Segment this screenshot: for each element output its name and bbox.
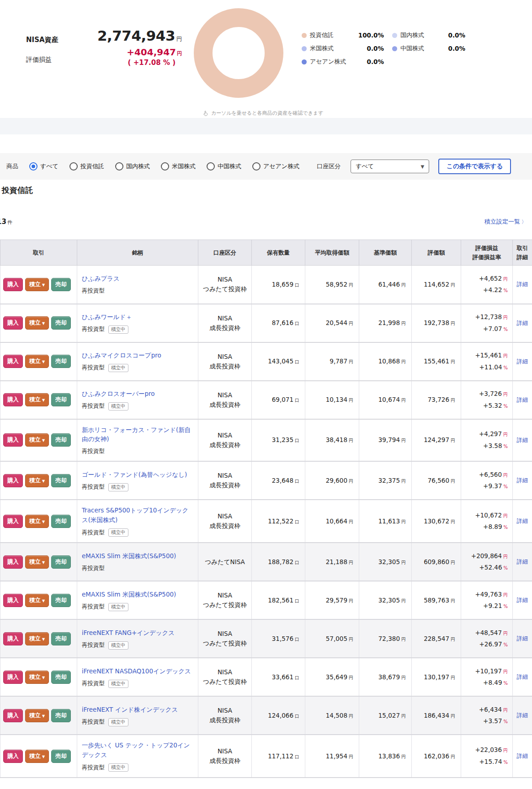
buy-button[interactable]: 購入	[3, 433, 23, 447]
account-type-line: つみたて投資枠	[198, 639, 251, 648]
nav-cell-value: 21,998	[378, 319, 400, 326]
sell-button[interactable]: 売却	[51, 709, 71, 722]
account-type-select[interactable]: すべて ▼	[351, 160, 429, 173]
quantity-cell-value: 33,661	[272, 673, 293, 681]
product-radio-アセアン株式[interactable]: アセアン株式	[252, 162, 299, 171]
product-radio-label: 米国株式	[172, 162, 196, 171]
quantity-cell-value: 87,616	[272, 319, 293, 326]
buy-button[interactable]: 購入	[3, 555, 23, 569]
detail-link[interactable]: 詳細	[517, 712, 528, 719]
fund-name-link[interactable]: ゴールド・ファンド(為替ヘッジなし)	[82, 470, 187, 480]
detail-link[interactable]: 詳細	[517, 281, 528, 288]
product-radio-国内株式[interactable]: 国内株式	[115, 162, 150, 171]
fund-name-link[interactable]: ひふみクロスオーバーpro	[82, 389, 155, 399]
sell-button[interactable]: 売却	[51, 555, 71, 569]
nav-cell-value: 15,027	[378, 712, 400, 719]
apply-filter-button[interactable]: この条件で表示する	[438, 159, 511, 174]
sell-button[interactable]: 売却	[51, 750, 71, 763]
detail-link[interactable]: 詳細	[517, 597, 528, 603]
sell-button[interactable]: 売却	[51, 671, 71, 684]
fund-name-link[interactable]: iFreeNEXT NASDAQ100インデックス	[82, 666, 191, 676]
allocation-donut-chart[interactable]	[194, 8, 283, 98]
profit-loss-percent-unit: %	[503, 719, 508, 724]
chevron-right-icon: 〉	[521, 219, 527, 225]
reinvest-type-label: 再投資型	[82, 764, 105, 772]
buy-button[interactable]: 購入	[3, 316, 23, 330]
profit-loss-amount-value: +48,547	[475, 629, 502, 636]
tsumitate-active-badge: 積立中	[108, 680, 128, 688]
select-caret-icon: ▼	[420, 164, 424, 169]
detail-link[interactable]: 詳細	[517, 437, 528, 443]
sell-button[interactable]: 売却	[51, 355, 71, 368]
fund-name-link[interactable]: ひふみワールド＋	[82, 312, 132, 322]
tsumitate-button[interactable]: 積立▼	[25, 750, 49, 763]
tsumitate-button[interactable]: 積立▼	[25, 316, 49, 330]
tsumitate-button[interactable]: 積立▼	[25, 278, 49, 291]
sell-button[interactable]: 売却	[51, 515, 71, 528]
tsumitate-button[interactable]: 積立▼	[25, 594, 49, 607]
tsumitate-active-badge: 積立中	[108, 364, 128, 372]
fund-name-link[interactable]: 一歩先いく US テック・トップ20インデックス	[82, 741, 193, 760]
product-radio-米国株式[interactable]: 米国株式	[161, 162, 196, 171]
market-value-cell-value: 73,726	[428, 396, 449, 403]
buy-button[interactable]: 購入	[3, 515, 23, 528]
tsumitate-button[interactable]: 積立▼	[25, 709, 49, 722]
nav-cell: 38,679円	[359, 658, 412, 696]
detail-link[interactable]: 詳細	[517, 517, 528, 524]
tsumitate-button[interactable]: 積立▼	[25, 355, 49, 368]
fund-name-link[interactable]: iFreeNEXT インド株インデックス	[82, 705, 178, 714]
detail-link[interactable]: 詳細	[517, 320, 528, 326]
tsumitate-button[interactable]: 積立▼	[25, 632, 49, 645]
fund-name-link[interactable]: iFreeNEXT FANG+インデックス	[82, 628, 175, 638]
detail-link[interactable]: 詳細	[517, 673, 528, 680]
product-radio-中国株式[interactable]: 中国株式	[207, 162, 241, 171]
quantity-cell-unit: 口	[295, 675, 299, 680]
tsumitate-button[interactable]: 積立▼	[25, 555, 49, 569]
sell-button[interactable]: 売却	[51, 278, 71, 291]
section-divider-strip	[0, 118, 532, 134]
tsumitate-button[interactable]: 積立▼	[25, 393, 49, 406]
buy-button[interactable]: 購入	[3, 278, 23, 291]
buy-button[interactable]: 購入	[3, 709, 23, 722]
detail-link[interactable]: 詳細	[517, 477, 528, 484]
tsumitate-button[interactable]: 積立▼	[25, 515, 49, 528]
product-radio-すべて[interactable]: すべて	[29, 162, 59, 171]
sell-button[interactable]: 売却	[51, 393, 71, 406]
sell-button[interactable]: 売却	[51, 433, 71, 447]
fund-row: 購入積立▼売却iFreeNEXT NASDAQ100インデックス再投資型積立中N…	[0, 658, 532, 696]
detail-link[interactable]: 詳細	[517, 396, 528, 403]
buy-button[interactable]: 購入	[3, 632, 23, 645]
sell-button[interactable]: 売却	[51, 474, 71, 487]
buy-button[interactable]: 購入	[3, 594, 23, 607]
fund-name-link[interactable]: ひふみマイクロスコープpro	[82, 351, 161, 360]
tsumitate-button[interactable]: 積立▼	[25, 671, 49, 684]
profit-loss-percent-unit: %	[503, 642, 508, 647]
fund-name-link[interactable]: 新ホリコ・フォーカス・ファンド(新自由の女神)	[82, 425, 193, 444]
buy-button[interactable]: 購入	[3, 750, 23, 763]
tsumitate-button[interactable]: 積立▼	[25, 433, 49, 447]
sell-button[interactable]: 売却	[51, 316, 71, 330]
column-header-line: 評価損益率	[461, 253, 512, 261]
detail-link[interactable]: 詳細	[517, 558, 528, 565]
tsumitate-button[interactable]: 積立▼	[25, 474, 49, 487]
fund-name-link[interactable]: eMAXIS Slim 米国株式(S&P500)	[82, 551, 176, 561]
nav-cell-unit: 円	[401, 598, 406, 603]
fund-name-link[interactable]: ひふみプラス	[82, 274, 120, 283]
tsumitate-settings-link[interactable]: 積立設定一覧〉	[484, 218, 527, 226]
profit-loss-amount: +15,461円	[461, 350, 508, 362]
buy-button[interactable]: 購入	[3, 671, 23, 684]
detail-link[interactable]: 詳細	[517, 358, 528, 365]
account-type-line: NISA	[198, 352, 251, 362]
account-type-line: つみたて投資枠	[198, 284, 251, 294]
detail-link[interactable]: 詳細	[517, 752, 528, 759]
sell-button[interactable]: 売却	[51, 632, 71, 645]
fund-name-link[interactable]: Tracers S&P500トップ10インデックス(米国株式)	[82, 506, 193, 525]
detail-link[interactable]: 詳細	[517, 635, 528, 642]
fund-name-link[interactable]: eMAXIS Slim 米国株式(S&P500)	[82, 590, 176, 599]
asset-total-value: 2,774,943	[97, 27, 175, 44]
buy-button[interactable]: 購入	[3, 355, 23, 368]
product-radio-投資信託[interactable]: 投資信託	[69, 162, 104, 171]
buy-button[interactable]: 購入	[3, 393, 23, 406]
sell-button[interactable]: 売却	[51, 594, 71, 607]
buy-button[interactable]: 購入	[3, 474, 23, 487]
